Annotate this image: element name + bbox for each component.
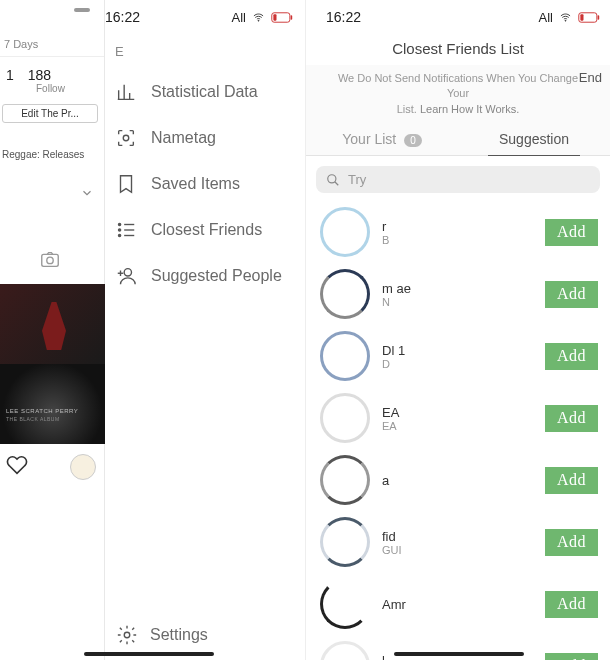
add-button[interactable]: Add bbox=[545, 653, 598, 660]
list-item: lLikle MysticAdd bbox=[306, 635, 610, 660]
menu-label: Nametag bbox=[151, 129, 216, 147]
list-item: a Add bbox=[306, 449, 610, 511]
menu-label: Closest Friends bbox=[151, 221, 262, 239]
notice-banner: We Do Not Send Notifications When You Ch… bbox=[306, 65, 610, 121]
menu-item-nametag[interactable]: Nametag bbox=[105, 115, 305, 161]
tab-label: Suggestion bbox=[499, 131, 569, 147]
subtext: EA bbox=[382, 420, 533, 432]
heart-icon[interactable] bbox=[6, 454, 28, 480]
status-time: 16:22 bbox=[105, 9, 140, 25]
thumb-caption: LEE SCRATCH PERRY bbox=[6, 408, 78, 414]
list-item-text: Amr bbox=[382, 597, 533, 612]
menu-item-closest-friends[interactable]: Closest Friends bbox=[105, 207, 305, 253]
menu-label: Statistical Data bbox=[151, 83, 258, 101]
home-indicator bbox=[84, 652, 214, 656]
add-button[interactable]: Add bbox=[545, 529, 598, 556]
avatar-ring[interactable] bbox=[320, 455, 370, 505]
username: Dl 1 bbox=[382, 343, 533, 358]
avatar-ring[interactable] bbox=[320, 331, 370, 381]
follow-label: Follow bbox=[0, 83, 104, 94]
menu-item-saved[interactable]: Saved Items bbox=[105, 161, 305, 207]
avatar-ring[interactable] bbox=[320, 393, 370, 443]
svg-rect-20 bbox=[580, 14, 583, 20]
list-icon bbox=[115, 219, 137, 241]
add-button[interactable]: Add bbox=[545, 281, 598, 308]
menu-item-settings[interactable]: Settings bbox=[116, 624, 208, 646]
add-button[interactable]: Add bbox=[545, 343, 598, 370]
svg-point-21 bbox=[328, 174, 336, 182]
add-button[interactable]: Add bbox=[545, 219, 598, 246]
edit-profile-button[interactable]: Edit The Pr... bbox=[2, 104, 98, 123]
svg-point-17 bbox=[565, 20, 566, 21]
profile-avatar[interactable] bbox=[70, 454, 96, 480]
avatar-ring[interactable] bbox=[320, 269, 370, 319]
list-item-text: m aeN bbox=[382, 281, 533, 308]
stats-row: 1 188 bbox=[0, 57, 104, 85]
svg-point-16 bbox=[124, 632, 130, 638]
tab-badge: 0 bbox=[404, 134, 422, 147]
svg-point-8 bbox=[118, 229, 120, 231]
tabs: Your List 0 Suggestion bbox=[306, 121, 610, 156]
list-item-text: Dl 1D bbox=[382, 343, 533, 370]
add-button[interactable]: Add bbox=[545, 405, 598, 432]
add-button[interactable]: Add bbox=[545, 467, 598, 494]
status-bar: 16:22 All bbox=[105, 0, 305, 28]
username: m ae bbox=[382, 281, 533, 296]
notice-text: List. bbox=[397, 103, 417, 115]
post-thumbnail[interactable]: LEE SCRATCH PERRY THE BLACK ALBUM bbox=[0, 364, 105, 444]
battery-low-icon bbox=[271, 12, 293, 23]
svg-point-1 bbox=[47, 257, 53, 263]
status-bar: 16:22 All bbox=[306, 0, 610, 28]
minimize-handle bbox=[0, 0, 104, 30]
chart-icon bbox=[115, 81, 137, 103]
post-grid: LEE SCRATCH PERRY THE BLACK ALBUM bbox=[0, 284, 104, 444]
add-button[interactable]: Add bbox=[545, 591, 598, 618]
side-menu: 16:22 All E Statistical Data Nametag Sav… bbox=[105, 0, 305, 660]
subtext: N bbox=[382, 296, 533, 308]
list-item: fidGUIAdd bbox=[306, 511, 610, 573]
svg-point-13 bbox=[124, 269, 131, 276]
menu-label: Saved Items bbox=[151, 175, 240, 193]
wifi-icon bbox=[558, 12, 573, 23]
stat-1: 1 bbox=[6, 67, 14, 83]
camera-icon[interactable] bbox=[0, 204, 104, 274]
menu-item-statistical-data[interactable]: Statistical Data bbox=[105, 69, 305, 115]
stat-2: 188 bbox=[28, 67, 51, 83]
home-indicator bbox=[394, 652, 524, 656]
status-time: 16:22 bbox=[326, 9, 361, 25]
learn-more-link[interactable]: Learn How It Works. bbox=[420, 103, 519, 115]
settings-label: Settings bbox=[150, 626, 208, 644]
svg-line-22 bbox=[335, 181, 339, 185]
page-title: Closest Friends List bbox=[306, 40, 610, 57]
list-item-text: a bbox=[382, 473, 533, 488]
avatar-ring[interactable] bbox=[320, 207, 370, 257]
subtext: D bbox=[382, 358, 533, 370]
list-item-text: fidGUI bbox=[382, 529, 533, 556]
profile-strip: 7 Days 1 188 Follow Edit The Pr... Regga… bbox=[0, 0, 105, 660]
username: EA bbox=[382, 405, 533, 420]
svg-point-9 bbox=[118, 234, 120, 236]
svg-rect-0 bbox=[42, 254, 59, 266]
chevron-down-icon[interactable] bbox=[0, 168, 104, 204]
menu-item-suggested-people[interactable]: Suggested People bbox=[105, 253, 305, 299]
tab-your-list[interactable]: Your List 0 bbox=[306, 121, 458, 155]
username: r bbox=[382, 219, 533, 234]
search-input[interactable]: Try bbox=[316, 166, 600, 193]
svg-point-2 bbox=[258, 20, 259, 21]
avatar-ring[interactable] bbox=[320, 517, 370, 567]
days-label: 7 Days bbox=[0, 30, 104, 57]
suggestion-list: rBAddm aeNAddDl 1DAddEAEAAdda AddfidGUIA… bbox=[306, 201, 610, 660]
tab-suggestion[interactable]: Suggestion bbox=[458, 121, 610, 155]
username: Amr bbox=[382, 597, 533, 612]
subtext: B bbox=[382, 234, 533, 246]
status-net: All bbox=[232, 10, 246, 25]
done-button[interactable]: End bbox=[579, 70, 602, 85]
post-thumbnail[interactable] bbox=[0, 284, 105, 364]
scan-icon bbox=[115, 127, 137, 149]
avatar-ring[interactable] bbox=[320, 641, 370, 660]
svg-rect-19 bbox=[598, 15, 600, 20]
subtext: GUI bbox=[382, 544, 533, 556]
list-item: rBAdd bbox=[306, 201, 610, 263]
list-item: EAEAAdd bbox=[306, 387, 610, 449]
avatar-ring[interactable] bbox=[320, 579, 370, 629]
